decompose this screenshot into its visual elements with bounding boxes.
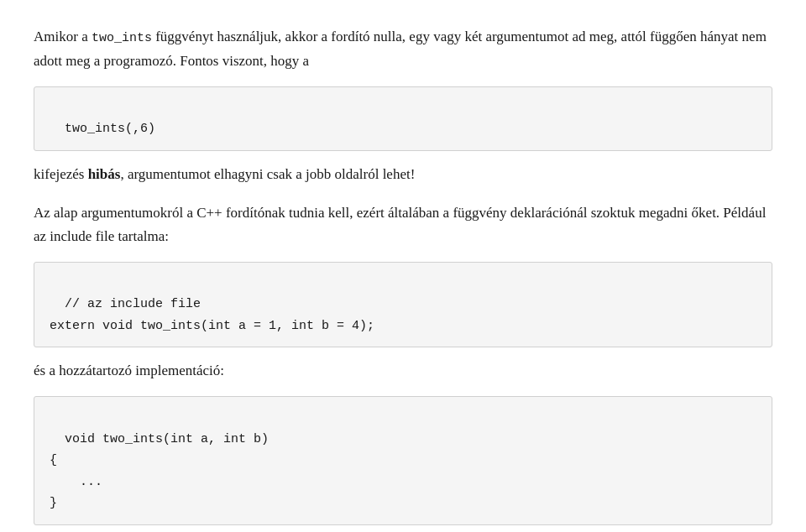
code-block-1-content: two_ints(,6) [65, 122, 155, 136]
code-block-3-content: void two_ints(int a, int b) { ... } [50, 432, 269, 511]
paragraph2-text-before: kifejezés [34, 166, 88, 182]
code-block-3: void two_ints(int a, int b) { ... } [34, 396, 772, 525]
paragraph1-text-before: Amikor a [34, 29, 92, 44]
code-block-2: // az include file extern void two_ints(… [34, 262, 772, 348]
code-block-2-content: // az include file extern void two_ints(… [50, 297, 374, 333]
paragraph1-code1: two_ints [92, 31, 152, 45]
paragraph4: és a hozzátartozó implementáció: [34, 359, 772, 383]
paragraph2: kifejezés hibás, argumentumot elhagyni c… [34, 163, 772, 186]
paragraph4-text: és a hozzátartozó implementáció: [34, 362, 224, 378]
paragraph3: Az alap argumentumokról a C++ fordítónak… [34, 201, 772, 248]
code-block-1: two_ints(,6) [34, 86, 772, 151]
paragraph2-text-after: , argumentumot elhagyni csak a jobb olda… [120, 166, 415, 182]
paragraph3-text: Az alap argumentumokról a C++ fordítónak… [34, 205, 766, 244]
paragraph2-bold: hibás [88, 166, 121, 182]
paragraph1: Amikor a two_ints függvényt használjuk, … [34, 25, 772, 73]
